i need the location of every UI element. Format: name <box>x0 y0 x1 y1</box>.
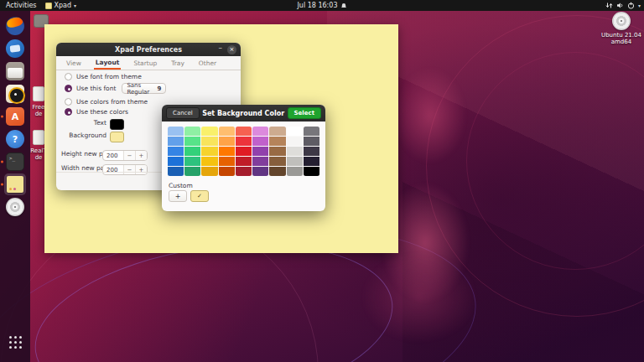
desktop-file-icon[interactable] <box>33 86 44 101</box>
select-button[interactable]: Select <box>288 107 321 119</box>
palette-swatch[interactable] <box>252 157 268 166</box>
palette-swatch[interactable] <box>201 127 217 136</box>
increment-button[interactable]: + <box>135 165 147 174</box>
dock-item-help[interactable]: ? <box>4 128 26 150</box>
tab-other[interactable]: Other <box>197 56 218 70</box>
palette-swatch[interactable] <box>252 137 268 146</box>
power-icon <box>627 2 635 9</box>
dock-item-ubuntu-software[interactable]: A <box>4 106 26 127</box>
palette-swatch[interactable] <box>287 157 303 166</box>
tab-tray[interactable]: Tray <box>169 56 186 70</box>
width-spinbox[interactable]: 200 − + <box>102 164 148 175</box>
palette-swatch[interactable] <box>252 127 268 136</box>
palette-swatch[interactable] <box>269 147 285 156</box>
radio-row-use-colors-theme[interactable]: Use colors from theme <box>65 98 148 106</box>
desktop-file-icon[interactable] <box>33 130 44 145</box>
radio-row-use-this-font[interactable]: Use this font Sans Regular 9 <box>65 83 166 94</box>
palette-swatch[interactable] <box>236 137 252 146</box>
palette-swatch[interactable] <box>236 157 252 166</box>
palette-swatch[interactable] <box>201 137 217 146</box>
palette-swatch[interactable] <box>287 167 303 176</box>
palette-swatch[interactable] <box>304 137 319 146</box>
increment-button[interactable]: + <box>135 151 147 160</box>
palette-swatch[interactable] <box>236 147 252 156</box>
palette-swatch[interactable] <box>184 127 200 136</box>
palette-swatch[interactable] <box>201 147 217 156</box>
app-menu-xpad[interactable]: Xpad ▾ <box>45 2 77 9</box>
decrement-button[interactable]: − <box>123 165 135 174</box>
palette-swatch[interactable] <box>168 147 184 156</box>
clock-menu[interactable]: Jul 18 16:03 <box>298 2 347 9</box>
dock-item-firefox[interactable] <box>4 15 26 37</box>
dock-item-disc[interactable] <box>4 196 26 218</box>
cd-disc-icon <box>6 198 24 216</box>
text-color-swatch-button[interactable] <box>110 119 124 130</box>
prefs-titlebar[interactable]: Xpad Preferences – × <box>56 43 241 56</box>
radio-row-use-font-theme[interactable]: Use font from theme <box>65 73 142 80</box>
terminal-icon: >_ <box>6 153 24 171</box>
palette-swatch[interactable] <box>269 137 285 146</box>
palette-swatch[interactable] <box>252 167 268 176</box>
palette-swatch[interactable] <box>304 147 319 156</box>
palette-swatch[interactable] <box>236 167 252 176</box>
tab-layout[interactable]: Layout <box>94 56 122 70</box>
palette-swatch[interactable] <box>269 167 285 176</box>
dock-item-xpad[interactable] <box>4 173 26 195</box>
radio-row-use-these-colors[interactable]: Use these colors <box>65 108 128 116</box>
radio-unchecked-icon[interactable] <box>65 73 72 80</box>
radio-checked-icon[interactable] <box>65 85 72 92</box>
palette-swatch[interactable] <box>304 127 319 136</box>
palette-swatch[interactable] <box>219 127 235 136</box>
tab-startup[interactable]: Startup <box>132 56 158 70</box>
show-applications-button[interactable] <box>4 331 26 353</box>
palette-swatch[interactable] <box>236 127 252 136</box>
palette-swatch[interactable] <box>168 167 184 176</box>
height-value[interactable]: 200 <box>103 151 123 160</box>
activities-button[interactable]: Activities <box>6 2 37 9</box>
dock-item-files[interactable] <box>4 60 26 82</box>
radio-checked-icon[interactable] <box>65 108 72 116</box>
palette-swatch[interactable] <box>219 137 235 146</box>
add-custom-color-button[interactable]: + <box>169 190 187 202</box>
radio-unchecked-icon[interactable] <box>65 98 72 106</box>
system-status-menu[interactable]: ▾ <box>605 2 641 9</box>
tab-view[interactable]: View <box>65 56 83 70</box>
palette-swatch[interactable] <box>201 157 217 166</box>
palette-swatch[interactable] <box>304 157 319 166</box>
palette-swatch[interactable] <box>219 157 235 166</box>
dock-item-thunderbird[interactable] <box>4 38 26 59</box>
palette-swatch[interactable] <box>184 137 200 146</box>
palette-swatch[interactable] <box>168 157 184 166</box>
palette-swatch[interactable] <box>287 127 303 136</box>
minimize-button[interactable]: – <box>219 44 223 52</box>
palette-swatch[interactable] <box>269 157 285 166</box>
palette-swatch[interactable] <box>269 127 285 136</box>
desktop-cd-volume-icon[interactable] <box>612 12 631 30</box>
palette-swatch[interactable] <box>184 147 200 156</box>
decrement-button[interactable]: − <box>123 151 135 160</box>
palette-swatch[interactable] <box>287 147 303 156</box>
custom-color-button[interactable]: ✓ <box>190 190 209 202</box>
background-color-swatch-button[interactable] <box>110 132 124 142</box>
dock-item-rhythmbox[interactable] <box>4 83 26 105</box>
palette-swatch[interactable] <box>201 167 217 176</box>
palette-swatch[interactable] <box>252 147 268 156</box>
dock-item-terminal[interactable]: >_ <box>4 151 26 173</box>
palette-swatch[interactable] <box>184 157 200 166</box>
palette-grid <box>168 127 319 176</box>
rhythmbox-icon <box>6 85 24 103</box>
palette-swatch[interactable] <box>168 137 184 146</box>
palette-swatch[interactable] <box>287 137 303 146</box>
palette-swatch[interactable] <box>304 167 319 176</box>
close-window-button[interactable]: × <box>227 45 236 54</box>
prefs-title: Xpad Preferences <box>115 46 182 54</box>
cancel-button[interactable]: Cancel <box>166 107 200 119</box>
palette-swatch[interactable] <box>184 167 200 176</box>
palette-swatch[interactable] <box>219 167 235 176</box>
files-icon <box>6 62 24 80</box>
palette-swatch[interactable] <box>168 127 184 136</box>
palette-swatch[interactable] <box>219 147 235 156</box>
width-value[interactable]: 200 <box>103 165 123 174</box>
height-spinbox[interactable]: 200 − + <box>102 150 148 161</box>
font-picker-button[interactable]: Sans Regular 9 <box>122 83 166 94</box>
